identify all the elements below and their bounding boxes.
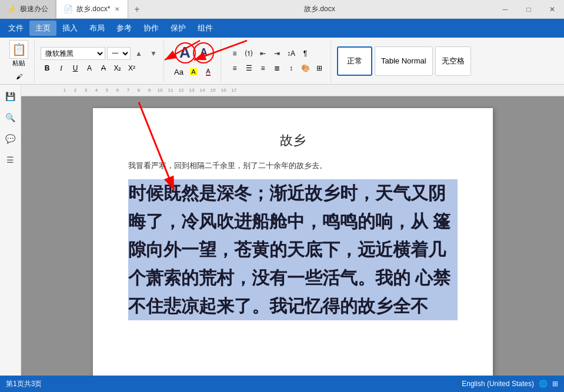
font-color-button[interactable]: A [83,62,96,75]
ruler-mark: 2 [70,88,81,93]
bullets-button[interactable]: ≡ [228,47,241,60]
sidebar-comment-icon[interactable]: 💬 [4,132,18,146]
doc-tab-icon: 📄 [64,5,73,14]
style-normal[interactable]: 正常 [337,46,372,76]
paste-button[interactable]: 📋 粘贴 [7,39,31,69]
window-controls: ─ □ ✕ [493,0,564,19]
language-status: English (United States) [462,380,534,388]
ruler-mark: 14 [197,88,208,93]
paste-icon: 📋 [9,40,28,59]
ruler-mark: 16 [218,88,229,93]
shading-button[interactable]: 🎨 [299,62,312,75]
big-a-row: A A [179,43,208,62]
maximize-button[interactable]: □ [517,0,540,19]
sort-button[interactable]: ↕A [285,47,298,60]
italic-button[interactable]: I [55,62,68,75]
status-right: English (United States) 🌐 ⊞ [462,380,558,388]
para-row1: ≡ ⑴ ⇤ ⇥ ↕A ¶ [228,47,326,60]
close-button[interactable]: ✕ [540,0,564,19]
font-grow-circle [175,42,196,63]
style-table-normal[interactable]: Table Normal [375,46,433,76]
justify-button[interactable]: ≣ [271,62,283,75]
ruler-mark: 13 [186,88,197,93]
tab-active[interactable]: 📄 故乡.docx* ✕ [56,0,128,18]
font-shrink-button[interactable]: A [200,46,208,59]
underline-button[interactable]: U [69,62,82,75]
menu-insert[interactable]: 插入 [56,21,84,36]
font-size-down-icon: ▼ [147,47,160,60]
font-name-select[interactable]: 微软雅黑 [41,47,105,60]
style-normal-label: 正常 [347,56,362,66]
menu-reference[interactable]: 参考 [111,21,138,36]
doc-scroll[interactable]: 故乡 我冒看严寒，回到相隔二千余里，别了二十余年的故乡去。 时候既然是深冬；渐近… [21,96,564,376]
doc-intro: 我冒看严寒，回到相隔二千余里，别了二十余年的故乡去。 [128,159,458,172]
doc-page: 故乡 我冒看严寒，回到相隔二千余里，别了二十余年的故乡去。 时候既然是深冬；渐近… [93,108,493,376]
line-spacing-button[interactable]: ↕ [285,62,298,75]
menu-collaborate[interactable]: 协作 [138,21,165,36]
new-tab-button[interactable]: + [128,4,145,15]
status-bar: 第1页共3页 English (United States) 🌐 ⊞ [0,376,564,392]
doc-body-selected[interactable]: 时候既然是深冬；渐近故乡时，天气又阴晦了，冷风吹进船舱中，鸣鸣的响，从 篷隙向外… [128,179,458,320]
paste-label: 粘贴 [12,59,25,68]
zoom-icon[interactable]: 🌐 [539,380,548,388]
numbering-button[interactable]: ⑴ [242,47,255,60]
ruler-mark: 10 [155,88,165,93]
font-row1: 微软雅黑 一号 ▲ ▼ [41,47,160,60]
font-shrink-circle [193,42,214,63]
format-painter-button[interactable]: 🖌 [12,70,25,83]
tab-close-icon[interactable]: ✕ [114,5,121,14]
font-size-select[interactable]: 一号 [107,47,131,60]
ruler-mark: 7 [123,88,134,93]
subscript-button[interactable]: X₂ [111,62,124,75]
strikethrough-button[interactable]: A [97,62,110,75]
font-grow-button[interactable]: A [179,43,191,62]
style-gallery: 正常 Table Normal 无空格 [333,45,560,77]
ruler-mark: 3 [81,88,91,93]
menu-file[interactable]: 文件 [2,21,29,36]
indent-decrease-button[interactable]: ⇤ [256,47,269,60]
ruler-mark: 4 [91,88,102,93]
ruler-mark: 5 [102,88,112,93]
superscript-button[interactable]: X² [125,62,138,75]
ruler-marks: 1 2 3 4 5 6 7 8 9 10 11 12 13 14 15 16 1… [54,88,239,93]
align-center-button[interactable]: ☰ [242,62,255,75]
menu-protect[interactable]: 保护 [165,21,192,36]
sidebar-list-icon[interactable]: ☰ [4,153,18,167]
menu-home[interactable]: 主页 [29,21,56,36]
style-table-normal-label: Table Normal [381,56,426,65]
indent-increase-button[interactable]: ⇥ [271,47,283,60]
ruler-mark: 6 [112,88,123,93]
menu-layout[interactable]: 布局 [84,21,111,36]
para-row2: ≡ ☰ ≡ ≣ ↕ 🎨 ⊞ [228,62,326,75]
menu-components[interactable]: 组件 [192,21,219,36]
page-info: 第1页共3页 [6,379,42,389]
minimize-button[interactable]: ─ [493,0,517,19]
menu-bar: 文件 主页 插入 布局 参考 协作 保护 组件 [0,19,564,38]
layout-icon[interactable]: ⊞ [552,380,558,388]
ruler-mark: 11 [165,88,176,93]
ruler-mark: 8 [134,88,144,93]
status-left: 第1页共3页 [6,379,42,389]
doc-area: 1 2 3 4 5 6 7 8 9 10 11 12 13 14 15 16 1… [21,85,564,376]
sidebar-save-icon[interactable]: 💾 [4,89,18,103]
ruler: 1 2 3 4 5 6 7 8 9 10 11 12 13 14 15 16 1… [21,85,564,96]
font-size-up-icon: ▲ [132,47,145,60]
ruler-mark: 1 [59,88,70,93]
show-marks-button[interactable]: ¶ [299,47,312,60]
borders-button[interactable]: ⊞ [313,62,326,75]
align-right-button[interactable]: ≡ [256,62,269,75]
highlight-button[interactable]: A [187,65,200,78]
ruler-mark: 15 [208,88,218,93]
font-color2-button[interactable]: A [202,65,215,78]
align-left-button[interactable]: ≡ [228,62,241,75]
tab-inactive[interactable]: ⚡ 极速办公 [0,0,56,18]
app-logo-icon: ⚡ [7,5,16,14]
bold-button[interactable]: B [41,62,54,75]
app-layout: 💾 🔍 💬 ☰ 1 2 3 4 5 6 7 8 9 10 11 12 13 14 [0,85,564,376]
ribbon-paragraph-group: ≡ ⑴ ⇤ ⇥ ↕A ¶ ≡ ☰ ≡ ≣ ↕ 🎨 ⊞ [223,40,331,82]
sidebar-search-icon[interactable]: 🔍 [4,110,18,125]
ribbon-wrapper: 📋 粘贴 🖌 微软雅黑 一号 ▲ ▼ B I U A A X₂ X² [0,38,564,85]
clear-format-button[interactable]: Aa [172,65,185,78]
ribbon-font-group: 微软雅黑 一号 ▲ ▼ B I U A A X₂ X² [37,40,164,82]
style-no-spacing[interactable]: 无空格 [435,46,471,76]
